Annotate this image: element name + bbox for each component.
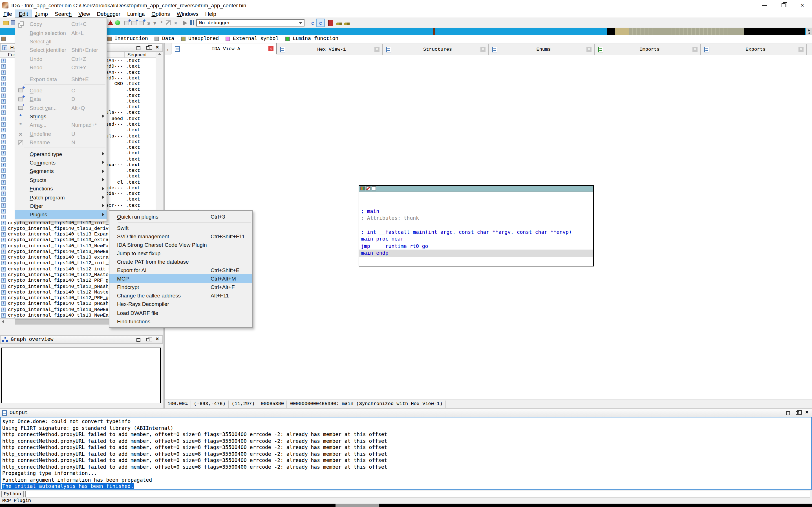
tab-close-icon[interactable]: ×: [587, 47, 592, 52]
make-data-icon[interactable]: [130, 19, 138, 26]
make-struct-icon[interactable]: [138, 19, 145, 26]
plugins-menu-item-findcrypt[interactable]: FindcryptCtrl+Alt+F: [109, 283, 252, 291]
edit-menu-item-undo[interactable]: UndoCtrl+Z: [15, 54, 106, 63]
palette-icon[interactable]: [360, 186, 365, 190]
rename-icon[interactable]: [165, 19, 172, 26]
edit-menu-item-export-data[interactable]: Export dataShift+E: [15, 75, 106, 83]
tab-close-icon[interactable]: ×: [480, 47, 486, 52]
restore-button[interactable]: [774, 0, 793, 10]
plugins-menu-item-find-functions[interactable]: Find functions: [109, 317, 252, 325]
edit-menu-item-select-identifier[interactable]: Select identifierShift+Enter: [15, 46, 106, 54]
output-panel-header[interactable]: Output ×: [0, 408, 812, 417]
edit-menu-item-segments[interactable]: Segments: [15, 167, 106, 176]
edit-menu-item-strings[interactable]: *Strings: [15, 112, 106, 121]
plugins-menu-item-swift[interactable]: Swift: [109, 223, 252, 232]
tab-hex-view-1[interactable]: Hex View-1×: [277, 44, 383, 55]
notebook-icon[interactable]: [327, 19, 335, 26]
undefine-icon[interactable]: ×: [172, 19, 179, 26]
minimize-button[interactable]: [755, 0, 774, 10]
scroll-up-icon[interactable]: [158, 53, 161, 55]
menubar-item-view[interactable]: View: [75, 10, 93, 17]
plugins-menu-item-jump-to-next-fixup[interactable]: Jump to next fixup: [109, 249, 252, 258]
tab-ida-view-a[interactable]: IDA View-A×: [171, 43, 277, 55]
tab-close-icon[interactable]: ×: [693, 47, 698, 52]
menubar-item-search[interactable]: Search: [51, 10, 75, 17]
menubar-item-help[interactable]: Help: [202, 10, 220, 17]
plugins-menu-item-mcp[interactable]: MCPCtrl+Alt+M: [109, 274, 252, 283]
edit-menu-item-plugins[interactable]: Plugins: [15, 210, 106, 219]
edit-menu-item-select-all[interactable]: Select all: [15, 37, 106, 46]
nav-left-arrow-icon[interactable]: [808, 32, 810, 34]
edit-menu-item-array[interactable]: *Array...Numpad+*: [15, 121, 106, 129]
menubar-item-options[interactable]: Options: [148, 10, 173, 17]
panel-maximize-button[interactable]: [135, 337, 141, 342]
key-add-icon[interactable]: [335, 19, 342, 26]
tab-exports[interactable]: Exports×: [701, 44, 807, 55]
close-button[interactable]: ×: [793, 0, 812, 10]
plugins-menu-item-svd-file-management[interactable]: SVD file managementCtrl+Shift+F11: [109, 232, 252, 240]
nav-right-arrow-icon[interactable]: [808, 29, 810, 31]
edit-menu-item-copy[interactable]: CopyCtrl+C: [15, 20, 106, 29]
menubar-item-edit[interactable]: Edit: [15, 10, 32, 17]
c-source-active-icon[interactable]: c: [317, 19, 324, 26]
panel-close-button[interactable]: ×: [804, 410, 810, 416]
plugins-menu-item-change-the-callee-address[interactable]: Change the callee addressAlt+F11: [109, 291, 252, 300]
plugins-menu-item-export-for-ai[interactable]: Export for AICtrl+Shift+E: [109, 266, 252, 274]
panel-float-button[interactable]: [795, 410, 800, 416]
c-source-icon[interactable]: c: [309, 19, 316, 26]
menubar-item-windows[interactable]: Windows: [173, 10, 202, 17]
edit-menu-item-rename[interactable]: RenameN: [15, 138, 106, 147]
abort-analysis-icon[interactable]: [107, 19, 114, 26]
menubar-item-file[interactable]: File: [0, 10, 15, 17]
scroll-thumb[interactable]: [15, 320, 112, 325]
panel-float-button[interactable]: [145, 45, 151, 51]
edit-menu-item-redo[interactable]: RedoCtrl+Y: [15, 63, 106, 72]
tab-close-icon[interactable]: ×: [374, 47, 379, 52]
panel-close-button[interactable]: ×: [154, 45, 160, 51]
tab-close-icon[interactable]: ×: [799, 47, 804, 52]
edit-pencil-icon[interactable]: [366, 186, 370, 190]
navigation-band[interactable]: [0, 28, 812, 35]
panel-close-button[interactable]: ×: [154, 337, 160, 342]
panel-maximize-button[interactable]: [785, 410, 791, 416]
plugins-menu-item-hex-rays-decompiler[interactable]: Hex-Rays Decompiler: [109, 300, 252, 308]
edit-menu-item-operand-type[interactable]: Operand type: [15, 150, 106, 158]
make-code-icon[interactable]: [123, 19, 130, 26]
panel-maximize-button[interactable]: [135, 45, 141, 51]
plugins-menu-item-quick-run-plugins[interactable]: Quick run pluginsCtrl+3: [109, 212, 252, 221]
tab-enums[interactable]: Enums×: [489, 44, 595, 55]
menubar-item-debugger[interactable]: Debugger: [93, 10, 124, 17]
edit-menu-item-undefine[interactable]: ×UndefineU: [15, 129, 106, 138]
python-command-input[interactable]: [26, 491, 810, 497]
edit-menu-item-begin-selection[interactable]: Begin selectionAlt+L: [15, 29, 106, 37]
key-remove-icon[interactable]: [343, 19, 350, 26]
debugger-play-icon[interactable]: [182, 19, 189, 26]
edit-menu-item-code[interactable]: CodeC: [15, 86, 106, 95]
edit-menu-item-struct-var[interactable]: Struct var...Alt+Q: [15, 103, 106, 112]
ida-view-canvas[interactable]: ; main; Attributes: thunk ; int __fastca…: [165, 55, 812, 399]
output-log[interactable]: sync_Once.done: could not convert typein…: [0, 417, 812, 490]
title-bar[interactable]: IDA - trim_app_center.bin C:\Users\droid…: [0, 0, 812, 10]
float-window-titlebar[interactable]: [359, 186, 593, 191]
tab-structures[interactable]: Structures×: [383, 44, 489, 55]
edit-menu-item-structs[interactable]: Structs: [15, 175, 106, 184]
python-interpreter-button[interactable]: Python: [1, 491, 24, 497]
make-array-icon[interactable]: *: [158, 19, 165, 26]
disassembly-float-window[interactable]: ; main; Attributes: thunk ; int __fastca…: [359, 185, 594, 267]
edit-menu-item-other[interactable]: Other: [15, 202, 106, 210]
graph-overview-viewport[interactable]: [1, 348, 161, 403]
debugger-select[interactable]: No debugger: [196, 19, 305, 26]
column-segment[interactable]: Segment: [128, 52, 147, 57]
edit-menu-item-patch-program[interactable]: Patch program: [15, 193, 106, 202]
plugins-menu-item-create-pat-from-the-database[interactable]: Create PAT from the database: [109, 258, 252, 266]
edit-menu-item-comments[interactable]: Comments: [15, 158, 106, 167]
menubar-item-lumina[interactable]: Lumina: [124, 10, 148, 17]
panel-float-button[interactable]: [145, 337, 151, 342]
graph-overview-header[interactable]: Graph overview ×: [0, 335, 163, 344]
edit-menu-item-data[interactable]: DataD: [15, 95, 106, 103]
window-icon[interactable]: [371, 186, 376, 190]
tab-close-icon[interactable]: ×: [268, 46, 273, 51]
plugins-menu-item-ida-strong-charset-code-view-plugin[interactable]: IDA Strong Charset Code View Plugin: [109, 240, 252, 249]
folder-icon[interactable]: [2, 19, 10, 26]
plugins-menu-item-load-dwarf-file[interactable]: Load DWARF file: [109, 308, 252, 317]
